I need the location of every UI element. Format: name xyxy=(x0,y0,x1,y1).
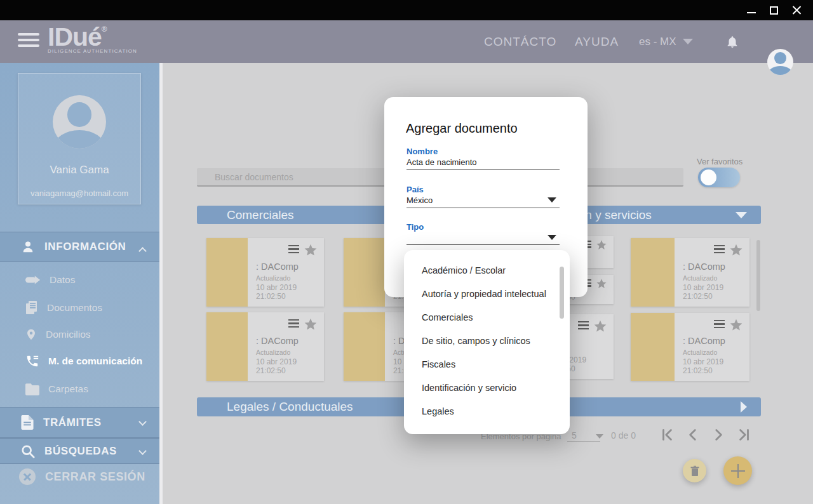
trash-icon xyxy=(690,465,700,477)
card-timestamp: 10 abr 2019 21:02:50 xyxy=(683,357,749,375)
card-title: : DAComp xyxy=(683,336,749,346)
user-avatar[interactable] xyxy=(767,49,793,75)
sidebar-item-datos[interactable]: Datos xyxy=(0,267,159,293)
add-document-button[interactable] xyxy=(723,456,752,485)
favorite-star-icon[interactable] xyxy=(729,243,743,257)
dropdown-option[interactable]: Autoría y propiedad intelectual xyxy=(404,282,570,305)
card-timestamp: 10 abr 2019 21:02:50 xyxy=(256,357,324,375)
sidebar-section-informacion[interactable]: INFORMACIÓN xyxy=(0,232,159,262)
field-label-pais: País xyxy=(406,185,424,194)
card-menu-icon[interactable] xyxy=(714,245,725,256)
registered-mark: ® xyxy=(102,25,107,34)
sidebar-item-domicilios[interactable]: Domicilios xyxy=(0,322,159,347)
section-scrollbar[interactable] xyxy=(756,240,760,311)
pagination-controls xyxy=(659,427,752,443)
person-icon xyxy=(21,240,35,254)
field-underline xyxy=(406,244,560,245)
card-status: Actualizado xyxy=(683,348,749,356)
chevron-down-icon xyxy=(596,434,603,439)
card-menu-icon[interactable] xyxy=(288,319,299,330)
next-page-icon[interactable] xyxy=(710,427,727,443)
document-thumbnail xyxy=(206,312,248,381)
logout-icon xyxy=(19,468,36,485)
field-label-tipo: Tipo xyxy=(406,222,424,232)
favorite-star-icon[interactable] xyxy=(304,243,318,257)
dropdown-option[interactable]: Fiscales xyxy=(404,352,570,376)
sidebar-section-tramites[interactable]: TRÁMITES xyxy=(0,407,159,438)
language-selector[interactable]: es - MX xyxy=(639,20,693,63)
sidebar-item-cerrar-sesion[interactable]: CERRAR SESIÓN xyxy=(0,465,159,489)
card-menu-icon[interactable] xyxy=(714,320,725,331)
last-page-icon[interactable] xyxy=(736,427,752,443)
favorite-star-icon[interactable] xyxy=(304,317,318,331)
delete-button[interactable] xyxy=(683,459,706,482)
sidebar-item-carpetas[interactable]: Carpetas xyxy=(0,376,159,402)
document-card[interactable]: : DAComp Actualizado 10 abr 2019 21:02:5… xyxy=(206,312,324,381)
plus-icon xyxy=(731,464,745,478)
card-timestamp: 10 abr 2019 21:02:50 xyxy=(683,283,749,301)
card-title: : DAComp xyxy=(256,336,324,346)
dropdown-option[interactable]: De sitio, campos y clínicos xyxy=(404,329,570,352)
favorite-star-icon[interactable] xyxy=(593,319,607,333)
app-header: IDué® DILIGENCE AUTHENTICATION CONTÁCTO … xyxy=(0,20,813,63)
chevron-down-icon xyxy=(683,39,693,44)
nombre-input[interactable]: Acta de nacimiento xyxy=(406,157,477,167)
chevron-down-icon xyxy=(736,212,747,218)
document-thumbnail xyxy=(631,313,675,381)
close-icon[interactable] xyxy=(792,6,802,15)
hamburger-menu-icon[interactable] xyxy=(18,33,39,50)
language-value: es - MX xyxy=(639,36,676,48)
phone-icon xyxy=(25,354,39,368)
bell-icon xyxy=(725,34,739,50)
user-email: vaniagamag@hotmail.com xyxy=(18,189,140,198)
sidebar-section-busquedas[interactable]: BÚSQUEDAS xyxy=(0,438,159,464)
sidebar-item-m-de-comunicacion[interactable]: M. de comunicación xyxy=(0,348,159,374)
previous-page-icon[interactable] xyxy=(685,427,701,443)
select-arrow-icon[interactable] xyxy=(548,197,556,202)
favorites-toggle-label: Ver favoritos xyxy=(697,157,742,166)
chevron-down-icon xyxy=(138,418,147,426)
document-thumbnail xyxy=(631,238,675,307)
help-link[interactable]: AYUDA xyxy=(575,20,619,63)
favorite-star-icon[interactable] xyxy=(729,318,743,332)
dropdown-option[interactable]: Comerciales xyxy=(404,305,570,329)
folder-icon xyxy=(25,383,39,395)
toggle-knob xyxy=(701,169,716,185)
document-thumbnail xyxy=(206,238,248,307)
dropdown-option[interactable]: Identificación y servicio xyxy=(404,376,570,399)
card-title: : DAComp xyxy=(256,262,324,272)
dropdown-scrollbar[interactable] xyxy=(560,267,564,319)
field-underline xyxy=(406,169,560,170)
app-window: IDué® DILIGENCE AUTHENTICATION CONTÁCTO … xyxy=(0,0,813,504)
content-scrollbar-track[interactable] xyxy=(159,63,163,504)
favorites-toggle[interactable] xyxy=(698,168,740,187)
select-arrow-icon[interactable] xyxy=(548,235,556,240)
dropdown-option[interactable]: Legales xyxy=(404,399,570,423)
document-card[interactable]: : DAComp Actualizado 10 abr 2019 21:02:5… xyxy=(631,238,749,307)
sidebar-item-documentos[interactable]: Documentos xyxy=(0,295,159,321)
card-menu-icon[interactable] xyxy=(288,245,299,256)
document-card[interactable]: : DAComp Actualizado 10 abr 2019 21:02:5… xyxy=(206,238,324,307)
data-card-icon xyxy=(25,274,41,286)
sidebar: Vania Gama vaniagamag@hotmail.com INFORM… xyxy=(0,63,159,504)
profile-avatar xyxy=(53,95,106,149)
search-icon xyxy=(21,444,35,458)
maximize-icon[interactable] xyxy=(770,6,778,15)
minimize-icon[interactable] xyxy=(747,12,756,13)
field-underline xyxy=(406,208,560,208)
document-card[interactable]: : DAComp Actualizado 10 abr 2019 21:02:5… xyxy=(631,313,749,381)
notifications-button[interactable] xyxy=(725,20,739,63)
first-page-icon[interactable] xyxy=(659,427,676,443)
pais-select[interactable]: México xyxy=(406,196,433,205)
card-title: : DAComp xyxy=(683,262,749,272)
section-title: Legales / Conductuales xyxy=(227,400,353,414)
card-status: Actualizado xyxy=(683,274,749,282)
section-title: Comerciales xyxy=(227,208,294,222)
modal-title: Agregar documento xyxy=(406,121,518,136)
chevron-down-icon xyxy=(138,447,147,455)
card-menu-icon[interactable] xyxy=(578,321,589,332)
dropdown-option[interactable]: Académico / Escolar xyxy=(404,258,570,282)
contact-link[interactable]: CONTÁCTO xyxy=(484,20,556,63)
app-logo: IDué® DILIGENCE AUTHENTICATION xyxy=(48,23,137,54)
user-profile-card: Vania Gama vaniagamag@hotmail.com xyxy=(18,73,141,204)
